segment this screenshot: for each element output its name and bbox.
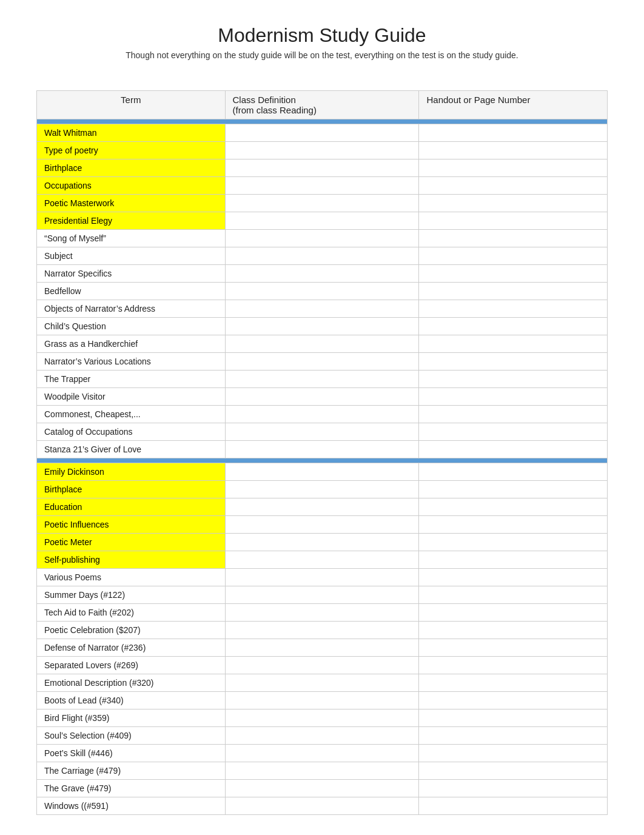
definition-cell xyxy=(225,265,419,283)
term-cell: Self-publishing xyxy=(37,551,226,569)
table-row: “Song of Myself” xyxy=(37,230,608,247)
definition-cell xyxy=(225,516,419,534)
term-cell: Birthplace xyxy=(37,481,226,498)
definition-cell xyxy=(225,230,419,247)
page-cell xyxy=(419,692,608,709)
page-cell xyxy=(419,195,608,212)
page-cell xyxy=(419,212,608,230)
definition-cell xyxy=(225,335,419,353)
page-cell xyxy=(419,657,608,674)
definition-cell xyxy=(225,318,419,335)
term-cell: Objects of Narrator’s Address xyxy=(37,300,226,318)
table-row: Various Poems xyxy=(37,569,608,586)
page-cell xyxy=(419,569,608,586)
definition-cell xyxy=(225,300,419,318)
page-cell xyxy=(419,639,608,657)
table-row: Tech Aid to Faith (#202) xyxy=(37,604,608,622)
term-cell: Occupations xyxy=(37,177,226,195)
table-row: Woodpile Visitor xyxy=(37,388,608,406)
term-cell: Defense of Narrator (#236) xyxy=(37,639,226,657)
definition-cell xyxy=(225,622,419,639)
term-cell: Bird Flight (#359) xyxy=(37,709,226,727)
term-cell: “Song of Myself” xyxy=(37,230,226,247)
term-cell: Boots of Lead (#340) xyxy=(37,692,226,709)
table-row: Occupations xyxy=(37,177,608,195)
definition-cell xyxy=(225,159,419,177)
term-cell: Tech Aid to Faith (#202) xyxy=(37,604,226,622)
definition-cell xyxy=(225,353,419,371)
table-row: Bird Flight (#359) xyxy=(37,709,608,727)
page-cell xyxy=(419,780,608,797)
definition-cell xyxy=(225,534,419,551)
page-cell xyxy=(419,230,608,247)
term-cell: Various Poems xyxy=(37,569,226,586)
term-cell: Walt Whitman xyxy=(37,124,226,142)
table-row: Poetic Influences xyxy=(37,516,608,534)
term-cell: Separated Lovers (#269) xyxy=(37,657,226,674)
term-cell: Poetic Celebration ($207) xyxy=(37,622,226,639)
table-row: Emotional Description (#320) xyxy=(37,674,608,692)
page-subtitle: Though not everything on the study guide… xyxy=(36,50,608,60)
table-row: Windows ((#591) xyxy=(37,797,608,815)
page-cell xyxy=(419,534,608,551)
definition-cell xyxy=(225,498,419,516)
definition-cell xyxy=(225,709,419,727)
term-cell: Birthplace xyxy=(37,159,226,177)
term-cell: Presidential Elegy xyxy=(37,212,226,230)
definition-cell xyxy=(225,283,419,300)
term-cell: The Carriage (#479) xyxy=(37,762,226,780)
definition-cell xyxy=(225,586,419,604)
term-cell: Windows ((#591) xyxy=(37,797,226,815)
table-row: Walt Whitman xyxy=(37,124,608,142)
table-row: Stanza 21’s Giver of Love xyxy=(37,441,608,458)
page-cell xyxy=(419,481,608,498)
page-cell xyxy=(419,586,608,604)
page-cell xyxy=(419,142,608,159)
term-cell: Poetic Influences xyxy=(37,516,226,534)
term-cell: Stanza 21’s Giver of Love xyxy=(37,441,226,458)
definition-cell xyxy=(225,177,419,195)
term-cell: Bedfellow xyxy=(37,283,226,300)
definition-cell xyxy=(225,463,419,481)
col-header-page: Handout or Page Number xyxy=(419,91,608,119)
term-cell: Narrator’s Various Locations xyxy=(37,353,226,371)
definition-cell xyxy=(225,639,419,657)
table-row: Presidential Elegy xyxy=(37,212,608,230)
table-row: Poet’s Skill (#446) xyxy=(37,745,608,762)
term-cell: Poetic Masterwork xyxy=(37,195,226,212)
table-row: Subject xyxy=(37,247,608,265)
table-row: Education xyxy=(37,498,608,516)
page-cell xyxy=(419,247,608,265)
page-cell xyxy=(419,727,608,745)
table-row: Boots of Lead (#340) xyxy=(37,692,608,709)
definition-cell xyxy=(225,604,419,622)
definition-cell xyxy=(225,441,419,458)
page-cell xyxy=(419,265,608,283)
page-cell xyxy=(419,463,608,481)
definition-cell xyxy=(225,780,419,797)
study-table: Term Class Definition (from class Readin… xyxy=(36,90,608,815)
term-cell: Education xyxy=(37,498,226,516)
page-cell xyxy=(419,388,608,406)
table-row: Poetic Masterwork xyxy=(37,195,608,212)
definition-cell xyxy=(225,727,419,745)
definition-cell xyxy=(225,569,419,586)
term-cell: Soul’s Selection (#409) xyxy=(37,727,226,745)
term-cell: The Grave (#479) xyxy=(37,780,226,797)
table-row: Commonest, Cheapest,... xyxy=(37,406,608,423)
page-cell xyxy=(419,762,608,780)
table-row: Summer Days (#122) xyxy=(37,586,608,604)
term-cell: Emily Dickinson xyxy=(37,463,226,481)
col-header-def: Class Definition (from class Reading) xyxy=(225,91,419,119)
page-cell xyxy=(419,441,608,458)
page-cell xyxy=(419,318,608,335)
definition-cell xyxy=(225,762,419,780)
table-row: Poetic Celebration ($207) xyxy=(37,622,608,639)
definition-cell xyxy=(225,481,419,498)
table-row: The Trapper xyxy=(37,371,608,388)
page-cell xyxy=(419,622,608,639)
definition-cell xyxy=(225,551,419,569)
definition-cell xyxy=(225,745,419,762)
table-row: Birthplace xyxy=(37,159,608,177)
table-row: Separated Lovers (#269) xyxy=(37,657,608,674)
